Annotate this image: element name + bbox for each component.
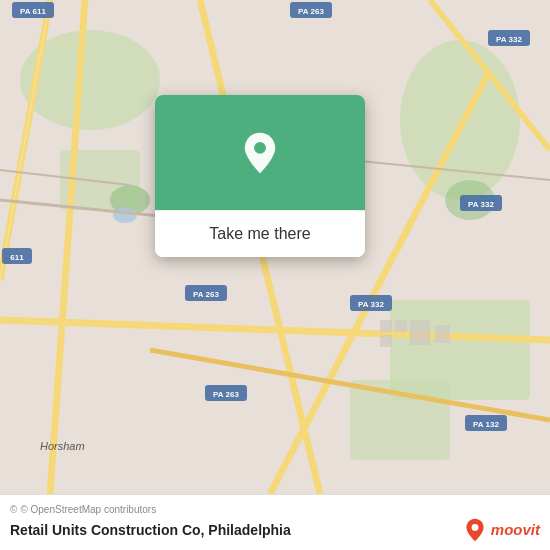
svg-point-44 bbox=[254, 142, 266, 154]
moovit-brand-text: moovit bbox=[491, 521, 540, 538]
bottom-content-row: Retail Units Construction Co, Philadelph… bbox=[10, 518, 540, 542]
svg-rect-41 bbox=[380, 335, 392, 347]
copyright-symbol: © bbox=[10, 504, 17, 515]
svg-rect-39 bbox=[380, 320, 392, 332]
svg-text:PA 132: PA 132 bbox=[473, 420, 499, 429]
attribution-text: © OpenStreetMap contributors bbox=[20, 504, 156, 515]
attribution-row: © © OpenStreetMap contributors bbox=[10, 504, 540, 515]
moovit-logo: moovit bbox=[463, 518, 540, 542]
popup-card: Take me there bbox=[155, 95, 365, 257]
svg-text:PA 263: PA 263 bbox=[193, 290, 219, 299]
svg-point-8 bbox=[113, 207, 137, 223]
svg-rect-43 bbox=[435, 325, 450, 343]
svg-text:PA 611: PA 611 bbox=[20, 7, 46, 16]
moovit-logo-icon bbox=[463, 518, 487, 542]
svg-text:611: 611 bbox=[10, 253, 24, 262]
bottom-bar: © © OpenStreetMap contributors Retail Un… bbox=[0, 494, 550, 550]
svg-text:PA 332: PA 332 bbox=[358, 300, 384, 309]
svg-text:Horsham: Horsham bbox=[40, 440, 85, 452]
svg-point-45 bbox=[471, 524, 478, 531]
place-name: Retail Units Construction Co, Philadelph… bbox=[10, 522, 291, 538]
map-container: PA 611 PA 263 PA 332 611 PA 332 PA 263 P… bbox=[0, 0, 550, 494]
svg-text:PA 263: PA 263 bbox=[298, 7, 324, 16]
svg-text:PA 332: PA 332 bbox=[468, 200, 494, 209]
svg-rect-40 bbox=[395, 320, 407, 332]
svg-text:PA 332: PA 332 bbox=[496, 35, 522, 44]
svg-text:PA 263: PA 263 bbox=[213, 390, 239, 399]
location-pin-icon bbox=[238, 131, 282, 175]
popup-map-area bbox=[155, 95, 365, 210]
take-me-there-button[interactable]: Take me there bbox=[155, 210, 365, 257]
svg-rect-42 bbox=[410, 320, 430, 345]
